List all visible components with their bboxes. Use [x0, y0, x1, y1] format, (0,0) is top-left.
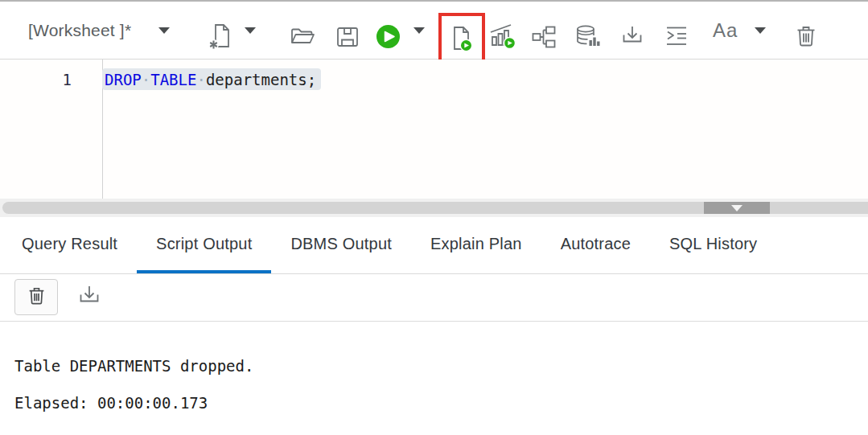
download-icon	[76, 285, 102, 310]
splitter-collapse-handle[interactable]	[704, 202, 770, 214]
save-icon	[335, 24, 360, 50]
worksheet-title: [Worksheet ]*	[28, 21, 131, 40]
sql-identifier: departments;	[206, 71, 316, 88]
results-tabbar: Query Result Script Output DBMS Output E…	[0, 217, 868, 274]
output-elapsed: Elapsed: 00:00:00.173	[14, 396, 868, 411]
sql-keyword: DROP	[105, 71, 142, 88]
panel-splitter[interactable]	[0, 199, 868, 217]
sigma-lines-icon	[664, 25, 689, 47]
run-statement-button[interactable]	[376, 24, 401, 49]
download-button[interactable]	[619, 25, 645, 48]
results-panel: Query Result Script Output DBMS Output E…	[0, 217, 868, 435]
open-file-button[interactable]	[290, 24, 316, 48]
sql-keyword: TABLE	[150, 71, 196, 88]
tab-query-result[interactable]: Query Result	[2, 217, 137, 273]
worksheet-chevron-down-icon[interactable]	[158, 27, 171, 35]
trash-icon	[26, 285, 47, 310]
script-output-area: Table DEPARTMENTS dropped. Elapsed: 00:0…	[0, 322, 868, 435]
new-file-icon	[208, 23, 233, 51]
tab-sql-history[interactable]: SQL History	[650, 217, 776, 273]
format-button[interactable]	[664, 25, 689, 47]
output-message: Table DEPARTMENTS dropped.	[14, 359, 868, 374]
worksheet-selector[interactable]: [Worksheet ]*	[28, 2, 131, 59]
clear-output-button[interactable]	[14, 279, 58, 315]
download-output-button[interactable]	[72, 281, 106, 314]
folder-open-icon	[290, 24, 316, 48]
line-number: 1	[63, 71, 72, 88]
new-worksheet-button[interactable]	[208, 23, 233, 51]
download-icon	[619, 25, 645, 48]
tab-script-output[interactable]: Script Output	[137, 217, 271, 273]
tab-dbms-output[interactable]: DBMS Output	[271, 217, 411, 273]
whitespace-dot: ·	[196, 71, 205, 88]
trash-icon	[793, 23, 819, 49]
text-size-label: Aa	[713, 19, 738, 42]
editor-gutter: 1	[0, 60, 103, 199]
text-size-chevron-down-icon[interactable]	[754, 27, 767, 35]
autotrace-run-button[interactable]	[488, 23, 516, 50]
database-chart-icon	[575, 23, 602, 49]
sql-statement[interactable]: DROP·TABLE·departments;	[102, 68, 321, 90]
run-script-button[interactable]	[449, 26, 475, 52]
play-icon	[376, 24, 401, 49]
script-output-toolbar	[0, 273, 868, 322]
clear-worksheet-button[interactable]	[793, 23, 819, 49]
new-worksheet-chevron-down-icon[interactable]	[244, 27, 257, 35]
whitespace-dot: ·	[142, 71, 150, 88]
highlight-box	[438, 13, 485, 65]
text-size-button[interactable]: Aa	[713, 2, 738, 59]
chart-run-icon	[488, 23, 516, 50]
explain-plan-button[interactable]	[531, 24, 557, 50]
sql-editor[interactable]: 1 DROP·TABLE·departments;	[0, 60, 868, 199]
tab-autotrace[interactable]: Autotrace	[541, 217, 650, 273]
chevron-down-icon	[731, 205, 743, 211]
run-statement-chevron-down-icon[interactable]	[413, 27, 426, 35]
worksheet-toolbar: [Worksheet ]*	[0, 2, 868, 60]
database-stats-button[interactable]	[575, 23, 602, 49]
hierarchy-icon	[531, 24, 557, 50]
tab-explain-plan[interactable]: Explain Plan	[411, 217, 541, 273]
save-button[interactable]	[335, 24, 360, 50]
document-run-icon	[449, 26, 475, 52]
